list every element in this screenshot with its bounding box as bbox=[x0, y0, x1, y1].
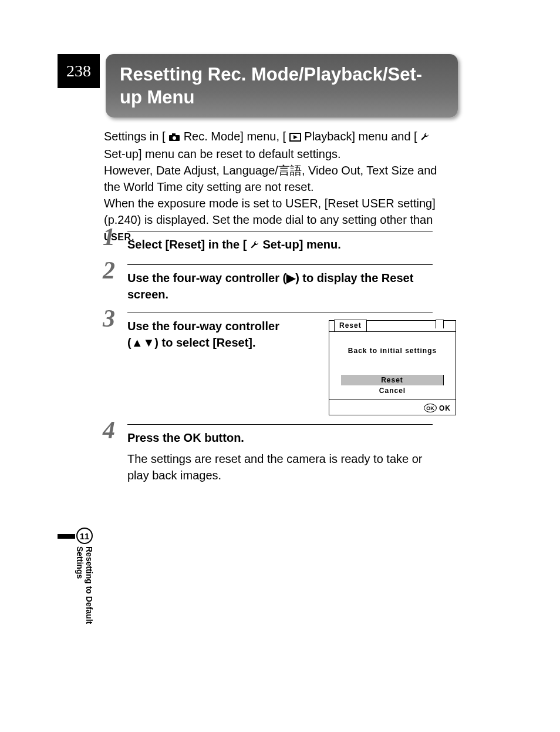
arrow-up-icon: ▲ bbox=[131, 336, 143, 349]
step-number: 2 bbox=[103, 256, 115, 284]
divider bbox=[127, 313, 433, 313]
step-instruction: Use the four-way controller (▶) to displ… bbox=[127, 270, 433, 303]
intro-paragraph: Settings in [ Rec. Mode] menu, [ Playbac… bbox=[104, 128, 444, 244]
step-number: 1 bbox=[103, 223, 115, 251]
divider bbox=[127, 231, 433, 231]
ok-label: OK bbox=[439, 404, 451, 412]
step-instruction: Press the OK button. bbox=[127, 429, 433, 446]
svg-marker-4 bbox=[294, 135, 298, 139]
step-number: 3 bbox=[103, 304, 115, 333]
step-instruction: Select [Reset] in the [ Set-up] menu. bbox=[127, 236, 433, 254]
step-text: button. bbox=[201, 431, 244, 444]
svg-rect-1 bbox=[172, 133, 176, 136]
intro-text: When the exposure mode is set to USER, [… bbox=[104, 197, 436, 226]
divider bbox=[329, 399, 456, 399]
step-4: 4 Press the OK button. The settings are … bbox=[104, 424, 456, 483]
lcd-message: Back to initial settings bbox=[329, 347, 456, 355]
lcd-tab-spacer bbox=[436, 320, 444, 328]
wrench-icon bbox=[250, 237, 259, 254]
lcd-reset-panel: Reset Back to initial settings Reset Can… bbox=[329, 320, 456, 415]
step-1: 1 Select [Reset] in the [ Set-up] menu. bbox=[104, 231, 456, 254]
wrench-icon bbox=[420, 129, 430, 146]
svg-point-2 bbox=[173, 136, 176, 140]
lcd-footer: OK OK bbox=[424, 404, 451, 412]
intro-text: Set-up] menu can be reset to default set… bbox=[104, 147, 341, 160]
camera-icon bbox=[168, 129, 180, 146]
arrow-right-icon: ▶ bbox=[286, 271, 295, 284]
page-title: Resetting Rec. Mode/Playback/Set-up Menu bbox=[106, 54, 458, 117]
intro-text: Playback] menu and [ bbox=[304, 130, 417, 143]
arrow-down-icon: ▼ bbox=[143, 336, 154, 349]
lcd-option-reset: Reset bbox=[341, 375, 444, 385]
playback-icon bbox=[289, 129, 301, 146]
divider bbox=[127, 264, 433, 265]
step-text: ) to select [Reset]. bbox=[154, 336, 255, 349]
intro-text: Rec. Mode] menu, [ bbox=[184, 130, 286, 143]
step-text: Select [Reset] in the [ bbox=[127, 238, 247, 251]
step-2: 2 Use the four-way controller (▶) to dis… bbox=[104, 264, 456, 303]
step-text: Press the bbox=[127, 431, 184, 444]
step-text: Use the four-way controller ( bbox=[127, 271, 286, 284]
divider bbox=[127, 424, 433, 425]
step-body: The settings are reset and the camera is… bbox=[127, 451, 433, 483]
divider bbox=[329, 331, 456, 332]
step-text: Set-up] menu. bbox=[263, 238, 341, 251]
lcd-option-cancel: Cancel bbox=[341, 385, 444, 396]
intro-text: However, Date Adjust, Language/ bbox=[104, 164, 278, 177]
step-number: 4 bbox=[103, 416, 115, 444]
step-instruction: Use the four-way controller (▲▼) to sele… bbox=[127, 318, 303, 351]
ok-button-label: OK bbox=[184, 429, 201, 446]
page-number: 238 bbox=[58, 54, 100, 88]
chapter-label: Resetting to Default Settings bbox=[70, 546, 99, 652]
language-glyph: 言語 bbox=[278, 164, 302, 177]
ok-button-icon: OK bbox=[424, 404, 437, 412]
intro-text: Settings in [ bbox=[104, 130, 166, 143]
lcd-tab: Reset bbox=[334, 320, 367, 332]
chapter-badge: 11 bbox=[76, 528, 93, 544]
